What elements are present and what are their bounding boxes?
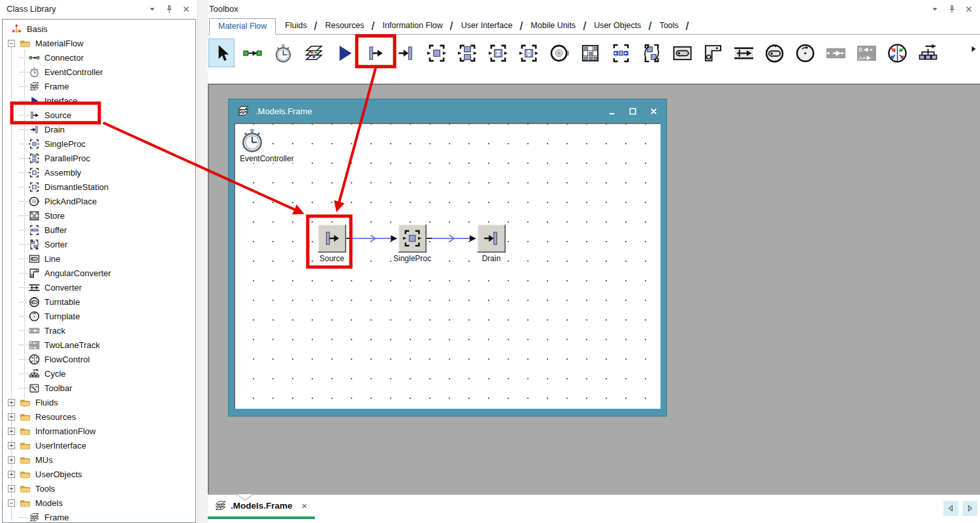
singleproc-object[interactable] xyxy=(398,224,427,253)
tree-expander[interactable]: + xyxy=(8,456,15,464)
tree-item-materialflow[interactable]: − MaterialFlow xyxy=(3,36,195,50)
tree-item-fluids[interactable]: + Fluids xyxy=(3,395,195,409)
toolbox-pin-icon[interactable] xyxy=(947,5,956,14)
tree-expander[interactable]: − xyxy=(8,40,15,47)
tool-cycle[interactable] xyxy=(915,39,940,67)
source-object[interactable] xyxy=(318,224,346,253)
tool-twolanetrack[interactable]: BA xyxy=(854,39,879,67)
toolbox-tab-user-interface[interactable]: User Interface xyxy=(452,18,522,34)
minimize-button[interactable] xyxy=(607,106,617,116)
tree-item-store[interactable]: Store xyxy=(3,208,195,223)
tree-item-parallelproc[interactable]: ParallelProc xyxy=(3,151,195,165)
class-library-title: Class Library xyxy=(7,4,148,14)
toolbox-tab-material-flow[interactable]: Material Flow xyxy=(209,18,276,35)
tree-item-models[interactable]: − Models xyxy=(3,496,195,510)
tree-item-basis[interactable]: Basis xyxy=(3,22,195,36)
tool-source[interactable] xyxy=(363,39,387,67)
tree-item-frame[interactable]: Frame xyxy=(3,79,195,93)
tool-pickandplace[interactable] xyxy=(547,39,572,67)
tree-expander[interactable]: + xyxy=(8,442,15,449)
maximize-button[interactable] xyxy=(628,106,638,116)
tree-item-drain[interactable]: Drain xyxy=(3,122,195,136)
tree-item-source[interactable]: Source xyxy=(3,108,195,122)
tree-item-turntable[interactable]: Turntable xyxy=(3,294,195,309)
tool-turntable[interactable] xyxy=(762,39,787,67)
tree-expander[interactable]: − xyxy=(8,499,15,507)
toolbox-collapse-icon[interactable] xyxy=(930,5,939,14)
tree-item-userobjects[interactable]: + UserObjects xyxy=(3,467,195,481)
tool-assembly[interactable] xyxy=(485,39,510,67)
tool-sorter[interactable] xyxy=(639,39,664,67)
tree-item-assembly[interactable]: Assembly xyxy=(3,165,195,180)
class-library-pin-icon[interactable] xyxy=(165,5,174,14)
tree-item-eventcontroller[interactable]: EventController xyxy=(3,65,195,79)
toolbox-tab-fluids[interactable]: Fluids xyxy=(276,18,316,34)
tool-turnplate[interactable] xyxy=(792,39,817,67)
tool-buffer[interactable] xyxy=(608,39,633,67)
tool-store[interactable] xyxy=(578,39,602,67)
tree-item-sorter[interactable]: Sorter xyxy=(3,237,195,251)
tree-item-toolbar[interactable]: Toolbar xyxy=(3,381,195,395)
tree-item-singleproc[interactable]: SingleProc xyxy=(3,136,195,151)
toolbox-tab-resources[interactable]: Resources xyxy=(316,18,374,34)
tree-expander[interactable]: + xyxy=(8,428,15,435)
document-tab-models-frame[interactable]: .Models.Frame × xyxy=(214,499,307,512)
toolbar-scroll-right-icon[interactable] xyxy=(969,44,978,55)
tree-expander[interactable]: + xyxy=(8,485,15,492)
drain-object[interactable] xyxy=(477,224,506,253)
tree-item-turnplate[interactable]: Turnplate xyxy=(3,309,195,323)
tree-expander[interactable]: + xyxy=(8,413,15,420)
panel-splitter[interactable] xyxy=(197,0,208,523)
toolbox-tab-user-objects[interactable]: User Objects xyxy=(585,18,650,34)
tree-item-connector[interactable]: Connector xyxy=(3,50,195,65)
tree-item-flowcontrol[interactable]: FlowControl xyxy=(3,352,195,366)
tool-angularconverter[interactable] xyxy=(700,39,725,67)
tree-item-label: Line xyxy=(44,254,61,264)
tool-converter[interactable] xyxy=(731,39,756,67)
frame-window-content[interactable]: EventController Source xyxy=(234,123,661,409)
tree-expander[interactable]: + xyxy=(8,399,15,406)
toolbox-tab-tools[interactable]: Tools xyxy=(650,18,687,34)
class-library-close-icon[interactable] xyxy=(182,5,191,14)
tree-item-cycle[interactable]: Cycle xyxy=(3,366,195,381)
tool-eventcontroller[interactable] xyxy=(270,39,295,67)
tool-pointer[interactable] xyxy=(209,39,234,67)
tool-singleproc[interactable] xyxy=(424,39,449,67)
tree-item-dismantlestation[interactable]: DismantleStation xyxy=(3,180,195,194)
tool-connector[interactable] xyxy=(240,39,265,67)
tool-interface[interactable] xyxy=(332,39,357,67)
tree-item-frame[interactable]: Frame xyxy=(3,510,195,523)
tool-dismantlestation[interactable] xyxy=(516,39,541,67)
tree-item-pickandplace[interactable]: PickAndPlace xyxy=(3,194,195,208)
connector-icon xyxy=(242,43,263,63)
tree-item-resources[interactable]: + Resources xyxy=(3,409,195,424)
tree-item-angularconverter[interactable]: AngularConverter xyxy=(3,266,195,280)
tool-parallelproc[interactable] xyxy=(455,39,480,67)
toolbox-close-icon[interactable] xyxy=(964,5,973,14)
close-button[interactable] xyxy=(649,106,659,116)
frame-window-titlebar[interactable]: .Models.Frame xyxy=(229,99,666,123)
nav-next-button[interactable] xyxy=(962,501,977,516)
tree-item-twolanetrack[interactable]: BA TwoLaneTrack xyxy=(3,338,195,352)
tree-item-informationflow[interactable]: + InformationFlow xyxy=(3,424,195,438)
tree-item-userinterface[interactable]: + UserInterface xyxy=(3,438,195,452)
tool-track[interactable] xyxy=(823,39,848,67)
nav-previous-button[interactable] xyxy=(943,501,958,516)
tool-drain[interactable] xyxy=(393,39,418,67)
tree-item-interface[interactable]: Interface xyxy=(3,93,195,108)
tree-item-buffer[interactable]: Buffer xyxy=(3,223,195,237)
document-tab-close-icon[interactable]: × xyxy=(302,501,308,511)
tree-item-track[interactable]: Track xyxy=(3,323,195,338)
tree-item-converter[interactable]: Converter xyxy=(3,280,195,294)
tool-line[interactable] xyxy=(670,39,694,67)
eventcontroller-object[interactable]: EventController xyxy=(239,127,295,163)
tool-frame[interactable] xyxy=(301,39,326,67)
toolbox-tab-information-flow[interactable]: Information Flow xyxy=(373,18,451,34)
class-library-collapse-icon[interactable] xyxy=(148,5,157,14)
tree-item-mus[interactable]: + MUs xyxy=(3,452,195,467)
tree-expander[interactable]: + xyxy=(8,471,15,478)
tree-item-tools[interactable]: + Tools xyxy=(3,481,195,496)
tool-flowcontrol[interactable] xyxy=(885,39,909,67)
tree-item-line[interactable]: Line xyxy=(3,251,195,266)
toolbox-tab-mobile-units[interactable]: Mobile Units xyxy=(521,18,585,34)
